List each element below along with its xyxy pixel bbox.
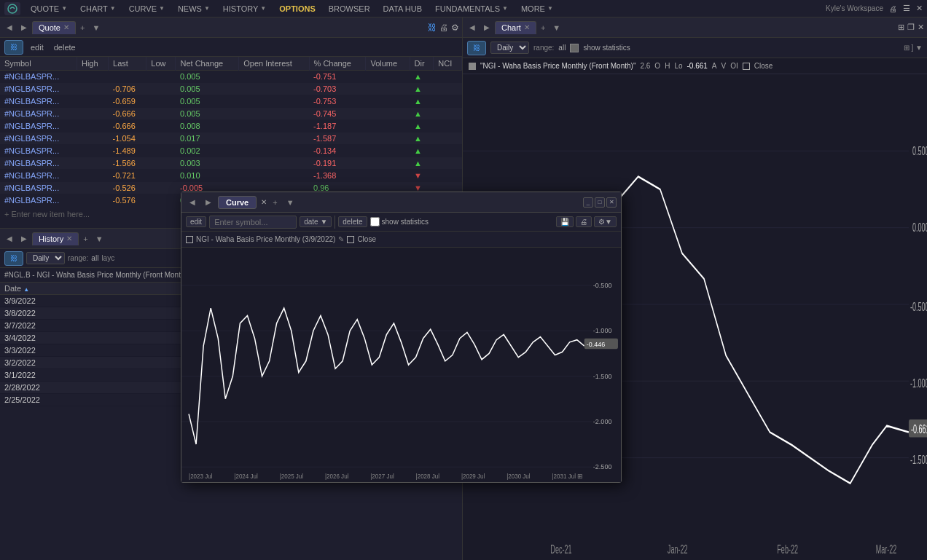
- quote-back-btn[interactable]: ◀: [3, 21, 16, 34]
- chart-close-icon[interactable]: ✕: [918, 23, 924, 32]
- curve-close-btn[interactable]: ✕: [606, 197, 617, 208]
- chart-forward-btn[interactable]: ▶: [480, 21, 493, 34]
- chart-tab[interactable]: Chart ✕: [495, 21, 536, 34]
- quote-link-btn[interactable]: ⛓: [4, 40, 23, 55]
- table-row[interactable]: #NGLBASPR... -0.666 0.008 -1.187 ▲: [0, 120, 462, 133]
- chevron-down-icon: ▼: [260, 5, 266, 12]
- history-forward-btn[interactable]: ▶: [17, 232, 31, 245]
- separator: [335, 216, 335, 229]
- quote-tab-close[interactable]: ✕: [63, 23, 69, 31]
- curve-stats-label[interactable]: show statistics: [370, 217, 429, 226]
- chevron-down-icon: ▼: [204, 5, 210, 12]
- table-row[interactable]: #NGLBASPR... -0.659 0.005 -0.753 ▲: [0, 95, 462, 108]
- menu-item-news[interactable]: NEWS ▼: [172, 3, 216, 15]
- menu-item-history[interactable]: HISTORY ▼: [217, 3, 272, 15]
- table-row[interactable]: #NGLBASPR... 0.005 -0.751 ▲: [0, 71, 462, 83]
- curve-print-btn[interactable]: 🖨: [576, 216, 592, 227]
- table-row[interactable]: #NGLBASPR... -0.721 0.010 -1.368 ▼: [0, 170, 462, 182]
- chart-interval-select[interactable]: Daily: [490, 42, 529, 54]
- curve-edit-icon[interactable]: ✎: [338, 235, 344, 243]
- table-row[interactable]: #NGLBASPR... -1.489 0.002 -0.134 ▲: [0, 145, 462, 157]
- chart-restore-icon[interactable]: ❐: [907, 23, 915, 32]
- curve-stats-checkbox[interactable]: [370, 217, 380, 226]
- menu-item-browser[interactable]: BROWSER: [323, 3, 376, 15]
- col-volume: Volume: [366, 57, 410, 71]
- history-tab-menu[interactable]: ▼: [93, 233, 106, 245]
- cell-last: -1.489: [109, 145, 146, 157]
- menu-item-chart[interactable]: CHART ▼: [74, 3, 122, 15]
- curve-maximize-btn[interactable]: □: [595, 197, 605, 208]
- chart-expand-icon[interactable]: ⊞: [898, 23, 904, 32]
- cell-last: -0.659: [109, 95, 146, 108]
- chart-tab-menu[interactable]: ▼: [549, 22, 563, 33]
- cell-last: -0.666: [109, 108, 146, 120]
- cell-open-interest: [239, 95, 309, 108]
- curve-popup-close[interactable]: ✕: [261, 198, 267, 206]
- quote-link-icon[interactable]: ⛓: [428, 23, 437, 33]
- layout-icon[interactable]: ☰: [903, 4, 910, 13]
- quote-print-icon[interactable]: 🖨: [439, 23, 448, 33]
- cell-symbol: #NGLBASPR...: [0, 120, 77, 133]
- chart-back-btn[interactable]: ◀: [466, 21, 479, 34]
- curve-symbol-input[interactable]: [209, 216, 297, 229]
- history-tab-add[interactable]: +: [80, 233, 90, 245]
- cell-dir: ▲: [410, 71, 434, 83]
- quote-edit-btn[interactable]: edit: [28, 42, 47, 52]
- svg-text:-2.000: -2.000: [593, 418, 612, 425]
- curve-settings-btn[interactable]: ⚙▼: [594, 216, 617, 227]
- quote-tab-add[interactable]: +: [77, 22, 87, 33]
- chart-show-stats[interactable]: show statistics: [583, 44, 630, 52]
- svg-text:-1.500: -1.500: [910, 454, 927, 467]
- curve-tab-add[interactable]: +: [270, 197, 280, 208]
- col-open-interest: Open Interest: [239, 57, 309, 71]
- sort-arrow-icon: ▲: [23, 286, 29, 293]
- chart-link-btn[interactable]: ⛓: [467, 41, 486, 55]
- table-row[interactable]: #NGLBASPR... -1.054 0.017 -1.587 ▲: [0, 133, 462, 145]
- history-tab-close[interactable]: ✕: [66, 234, 72, 242]
- history-link-btn[interactable]: ⛓: [4, 251, 23, 266]
- table-row[interactable]: #NGLBASPR... -0.706 0.005 -0.703 ▲: [0, 83, 462, 95]
- table-row[interactable]: #NGLBASPR... -1.566 0.003 -0.191 ▲: [0, 157, 462, 170]
- quote-tab[interactable]: Quote ✕: [32, 21, 76, 34]
- menu-item-data-hub[interactable]: DATA HUB: [378, 3, 428, 15]
- table-row[interactable]: #NGLBASPR... -0.666 0.005 -0.745 ▲: [0, 108, 462, 120]
- curve-back-btn[interactable]: ◀: [186, 196, 199, 209]
- col-pct-change: % Change: [309, 57, 366, 71]
- curve-date-btn[interactable]: date ▼: [300, 216, 332, 227]
- curve-delete-btn[interactable]: delete: [338, 216, 367, 227]
- curve-chart-area[interactable]: -0.446 -0.500 -1.000 -1.500 -2.000 -2.50…: [181, 248, 621, 482]
- svg-text:-0.500: -0.500: [910, 300, 927, 313]
- chart-tab-close[interactable]: ✕: [524, 23, 530, 31]
- history-tab[interactable]: History ✕: [32, 232, 79, 245]
- svg-text:|2030 Jul: |2030 Jul: [506, 473, 531, 480]
- print-icon[interactable]: 🖨: [889, 4, 897, 13]
- app-logo[interactable]: [4, 2, 20, 15]
- curve-close-label: Close: [357, 235, 376, 243]
- cell-volume: [366, 145, 410, 157]
- curve-edit-btn[interactable]: edit: [186, 216, 206, 227]
- col-net-change: Net Change: [176, 57, 239, 71]
- quote-forward-btn[interactable]: ▶: [17, 21, 31, 34]
- menu-item-quote[interactable]: QUOTE ▼: [25, 3, 73, 15]
- quote-settings-icon[interactable]: ⚙: [451, 23, 459, 33]
- history-interval-select[interactable]: Daily: [26, 252, 65, 264]
- cell-volume: [366, 108, 410, 120]
- cell-last: [109, 71, 146, 83]
- menu-item-fundamentals[interactable]: FUNDAMENTALS ▼: [429, 3, 514, 15]
- menu-item-curve[interactable]: CURVE ▼: [123, 3, 171, 15]
- close-icon[interactable]: ✕: [916, 4, 923, 13]
- cell-open-interest: [239, 108, 309, 120]
- cell-pct-change: -1.187: [309, 120, 366, 133]
- curve-save-btn[interactable]: 💾: [556, 216, 574, 227]
- menu-item-options[interactable]: OPTIONS: [273, 3, 321, 15]
- cell-last: -0.526: [109, 182, 146, 194]
- curve-tab-menu[interactable]: ▼: [283, 197, 297, 208]
- curve-forward-btn[interactable]: ▶: [202, 196, 215, 209]
- curve-minimize-btn[interactable]: _: [583, 197, 593, 208]
- quote-delete-btn[interactable]: delete: [51, 42, 79, 52]
- chart-tab-add[interactable]: +: [538, 22, 548, 33]
- history-back-btn[interactable]: ◀: [3, 232, 16, 245]
- menu-item-more[interactable]: MORE ▼: [515, 3, 559, 15]
- col-symbol: Symbol: [0, 57, 77, 71]
- quote-tab-menu[interactable]: ▼: [89, 22, 103, 33]
